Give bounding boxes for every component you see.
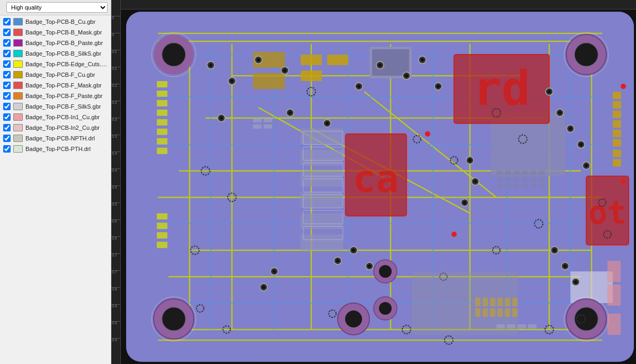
layer-item-f_paste[interactable]: Badge_Top-PCB-F_Paste.gbr — [0, 91, 111, 101]
svg-point-183 — [621, 84, 626, 89]
pcb-board: rd ca ot — [126, 12, 634, 362]
pcb-canvas[interactable]: 333.13.13.23.23.33.33.43.43.53.53.63.63.… — [111, 0, 636, 364]
layer-color-pth — [13, 145, 23, 153]
svg-rect-214 — [507, 324, 516, 329]
pcb-svg: rd ca ot — [126, 12, 634, 362]
svg-point-92 — [162, 43, 186, 66]
layer-item-f_mask[interactable]: Badge_Top-PCB-F_Mask.gbr — [0, 80, 111, 91]
svg-point-158 — [272, 270, 276, 273]
svg-rect-57 — [538, 177, 545, 182]
svg-rect-53 — [505, 177, 511, 182]
svg-rect-49 — [522, 171, 528, 175]
svg-rect-191 — [157, 138, 167, 145]
layer-item-b_cu[interactable]: Badge_Top-PCB-B_Cu.gbr — [0, 16, 111, 27]
layer-name-f_mask: Badge_Top-PCB-F_Mask.gbr — [25, 82, 102, 88]
svg-point-100 — [379, 265, 392, 278]
svg-rect-32 — [301, 55, 322, 65]
layer-checkbox-f_paste[interactable] — [3, 92, 11, 100]
svg-point-136 — [469, 159, 472, 162]
svg-rect-192 — [157, 148, 167, 154]
layer-color-b_cu — [13, 18, 23, 25]
layer-checkbox-in1_cu[interactable] — [3, 113, 11, 121]
layer-color-b_paste — [13, 39, 23, 47]
svg-point-122 — [437, 85, 440, 88]
layer-item-b_paste[interactable]: Badge_Top-PCB-B_Paste.gbr — [0, 38, 111, 48]
svg-rect-210 — [263, 118, 272, 122]
ruler-top — [121, 0, 636, 10]
svg-point-114 — [357, 85, 360, 88]
layer-item-b_silks[interactable]: Badge_Top-PCB-B_SilkS.gbr — [0, 48, 111, 59]
layer-checkbox-b_silks[interactable] — [3, 50, 11, 57]
svg-point-116 — [378, 64, 382, 67]
layer-name-f_cu: Badge_Top-PCB-F_Cu.gbr — [25, 72, 95, 78]
svg-point-126 — [288, 111, 292, 114]
layer-name-in1_cu: Badge_Top-PCB-In1_Cu.gbr — [25, 114, 100, 120]
layer-color-in2_cu — [13, 124, 23, 131]
layer-item-b_mask[interactable]: Badge_Top-PCB-B_Mask.gbr — [0, 27, 111, 38]
svg-rect-189 — [157, 119, 167, 126]
svg-rect-63 — [538, 184, 545, 188]
svg-point-108 — [231, 79, 234, 83]
svg-text:ca: ca — [353, 156, 399, 201]
layer-checkbox-b_mask[interactable] — [3, 29, 11, 36]
layer-color-npth — [13, 135, 23, 142]
layer-checkbox-npth[interactable] — [3, 135, 11, 142]
svg-rect-50 — [530, 171, 536, 175]
layer-color-b_mask — [13, 29, 23, 36]
layer-checkbox-b_cu[interactable] — [3, 18, 11, 25]
svg-rect-34 — [301, 70, 322, 81]
layer-checkbox-f_silks[interactable] — [3, 103, 11, 110]
layer-name-edge_cuts: Badge_Top-PCB-Edge_Cuts.gb — [25, 61, 108, 67]
layer-item-f_cu[interactable]: Badge_Top-PCB-F_Cu.gbr — [0, 69, 111, 80]
svg-rect-56 — [530, 177, 536, 182]
svg-rect-60 — [513, 184, 519, 188]
layer-name-b_mask: Badge_Top-PCB-B_Mask.gbr — [25, 29, 102, 35]
layer-name-npth: Badge_Top-PCB-NPTH.drl — [25, 135, 95, 141]
svg-rect-215 — [517, 324, 526, 329]
layer-item-in1_cu[interactable]: Badge_Top-PCB-In1_Cu.gbr — [0, 112, 111, 122]
svg-text:rd: rd — [473, 61, 530, 116]
svg-rect-190 — [157, 129, 167, 135]
layer-list: Badge_Top-PCB-B_Cu.gbrBadge_Top-PCB-B_Ma… — [0, 15, 111, 364]
svg-rect-196 — [157, 242, 167, 248]
layer-checkbox-b_paste[interactable] — [3, 39, 11, 47]
layer-color-f_cu — [13, 71, 23, 78]
layer-name-b_silks: Badge_Top-PCB-B_SilkS.gbr — [25, 50, 101, 57]
layer-color-b_silks — [13, 50, 23, 57]
svg-rect-213 — [497, 324, 505, 329]
svg-point-110 — [257, 58, 260, 61]
layer-checkbox-edge_cuts[interactable] — [3, 60, 11, 68]
ruler-left: 333.13.13.23.23.33.33.43.43.53.53.63.63.… — [111, 0, 121, 364]
svg-rect-54 — [513, 177, 519, 182]
svg-rect-84 — [570, 271, 613, 303]
layer-color-edge_cuts — [13, 60, 23, 68]
svg-rect-48 — [513, 171, 519, 175]
layer-checkbox-f_cu[interactable] — [3, 71, 11, 78]
layer-name-pth: Badge_Top-PCB-PTH.drl — [25, 146, 91, 152]
svg-rect-82 — [613, 150, 621, 157]
svg-point-112 — [283, 69, 286, 72]
layer-name-b_cu: Badge_Top-PCB-B_Cu.gbr — [25, 19, 95, 25]
svg-rect-55 — [522, 177, 528, 182]
svg-point-144 — [558, 111, 561, 114]
layer-item-f_silks[interactable]: Badge_Top-PCB-F_SilkS.gbr — [0, 101, 111, 112]
layer-item-edge_cuts[interactable]: Badge_Top-PCB-Edge_Cuts.gb — [0, 59, 111, 69]
layer-checkbox-pth[interactable] — [3, 145, 11, 153]
layer-item-pth[interactable]: Badge_Top-PCB-PTH.drl — [0, 144, 111, 154]
svg-rect-217 — [607, 261, 621, 282]
rendering-select[interactable]: High qualityNormalFast — [6, 2, 108, 13]
layer-checkbox-in2_cu[interactable] — [3, 124, 11, 131]
layer-item-npth[interactable]: Badge_Top-PCB-NPTH.drl — [0, 133, 111, 144]
svg-rect-76 — [613, 92, 621, 99]
svg-point-120 — [421, 58, 424, 61]
left-panel: High qualityNormalFast Badge_Top-PCB-B_C… — [0, 0, 111, 364]
layer-name-f_paste: Badge_Top-PCB-F_Paste.gbr — [25, 93, 103, 99]
svg-point-98 — [575, 307, 598, 331]
svg-point-146 — [569, 127, 572, 130]
layer-checkbox-f_mask[interactable] — [3, 82, 11, 89]
layer-item-in2_cu[interactable]: Badge_Top-PCB-In2_Cu.gbr — [0, 122, 111, 133]
svg-point-138 — [474, 180, 477, 183]
svg-rect-186 — [157, 91, 167, 97]
svg-point-134 — [368, 264, 371, 268]
layer-color-f_mask — [13, 82, 23, 89]
